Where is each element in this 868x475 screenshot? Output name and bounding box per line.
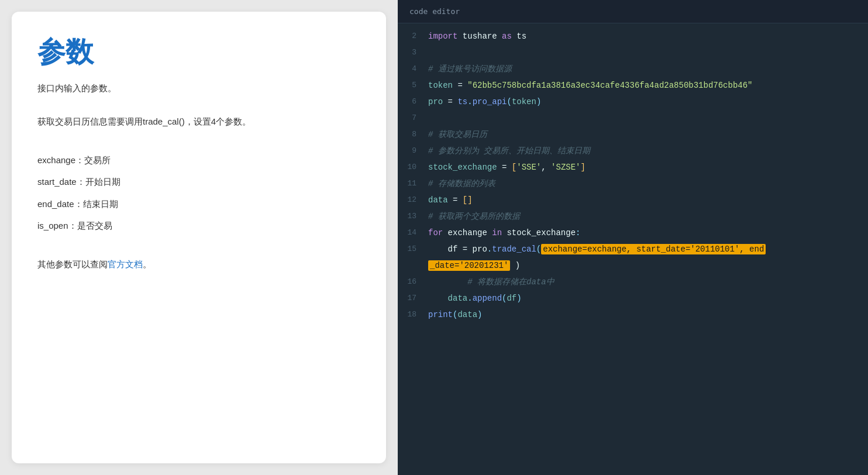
panel-description: 获取交易日历信息需要调用trade_cal()，设置4个参数。 — [37, 114, 360, 129]
editor-header: code editor — [398, 0, 868, 23]
code-line-7: 7 — [398, 110, 868, 126]
code-line-11: 11 # 存储数据的列表 — [398, 175, 868, 192]
code-line-4: 4 # 通过账号访问数据源 — [398, 61, 868, 77]
code-line-12: 12 data = [] — [398, 192, 868, 208]
code-line-8: 8 # 获取交易日历 — [398, 126, 868, 143]
code-line-14: 14 for exchange in stock_exchange: — [398, 225, 868, 241]
code-line-15-wrap: _date='20201231' ) — [398, 257, 868, 274]
panel-title: 参数 — [37, 35, 360, 69]
code-line-17: 17 data.append(df) — [398, 290, 868, 307]
code-line-9: 9 # 参数分别为 交易所、开始日期、结束日期 — [398, 143, 868, 159]
code-line-10: 10 stock_exchange = ['SSE', 'SZSE'] — [398, 159, 868, 175]
code-line-13: 13 # 获取两个交易所的数据 — [398, 208, 868, 225]
code-editor-panel: code editor 2 import tushare as ts 3 4 #… — [398, 0, 868, 475]
param-end-date: end_date：结束日期 — [37, 197, 360, 212]
panel-footer: 其他参数可以查阅官方文档。 — [37, 257, 360, 272]
code-line-15: 15 df = pro.trade_cal(exchange=exchange,… — [398, 241, 868, 257]
param-start-date: start_date：开始日期 — [37, 174, 360, 190]
left-panel: 参数 接口内输入的参数。 获取交易日历信息需要调用trade_cal()，设置4… — [12, 12, 386, 463]
code-line-18: 18 print(data) — [398, 307, 868, 323]
code-line-2: 2 import tushare as ts — [398, 28, 868, 44]
param-exchange: exchange：交易所 — [37, 153, 360, 168]
code-area[interactable]: 2 import tushare as ts 3 4 # 通过账号访问数据源 5… — [398, 23, 868, 475]
code-line-3: 3 — [398, 44, 868, 61]
code-line-5: 5 token = "62bb5c758bcdfa1a3816a3ec34caf… — [398, 77, 868, 94]
code-line-6: 6 pro = ts.pro_api(token) — [398, 94, 868, 110]
param-list: exchange：交易所 start_date：开始日期 end_date：结束… — [37, 153, 360, 233]
param-is-open: is_open：是否交易 — [37, 218, 360, 233]
panel-subtitle: 接口内输入的参数。 — [37, 81, 360, 96]
official-doc-link[interactable]: 官方文档 — [108, 259, 143, 269]
code-line-16: 16 # 将数据存储在data中 — [398, 274, 868, 290]
